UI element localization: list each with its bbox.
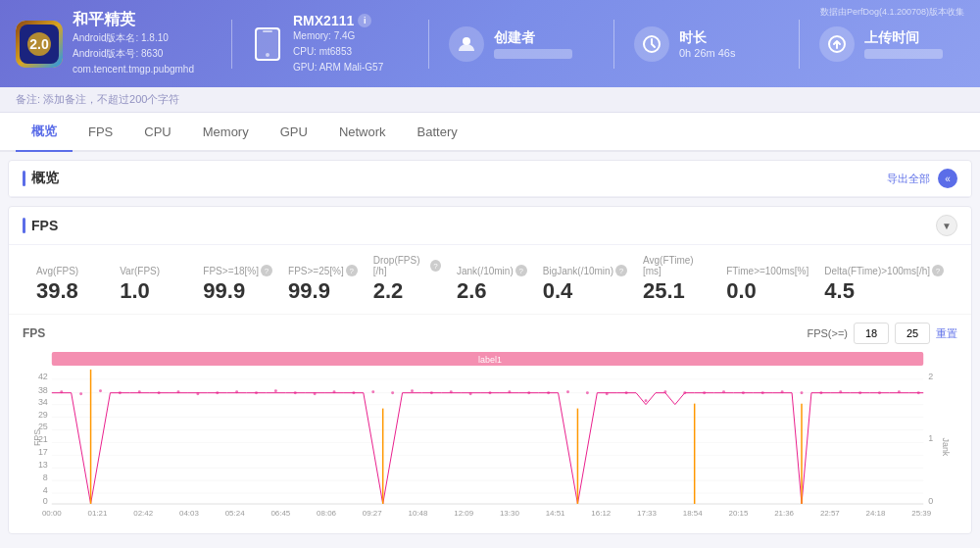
svg-point-71 xyxy=(801,391,804,394)
fps-val2-input[interactable] xyxy=(895,323,930,344)
fps-controls: FPS(>=) 重置 xyxy=(807,323,957,344)
device-memory: Memory: 7.4G xyxy=(293,28,383,44)
duration-icon xyxy=(634,26,669,62)
metric-avg-fps-label: Avg(FPS) xyxy=(36,266,78,276)
notes-bar[interactable]: 备注: 添加备注，不超过200个字符 xyxy=(0,87,980,113)
svg-text:18:54: 18:54 xyxy=(683,509,703,518)
creator-value xyxy=(494,49,572,59)
svg-point-74 xyxy=(858,391,861,394)
svg-point-36 xyxy=(119,391,122,394)
chart-container: label1 42 38 34 29 25 21 17 13 8 4 0 FPS xyxy=(23,350,957,525)
metric-bigjank-value: 0.4 xyxy=(543,278,573,304)
metric-drop-fps-label: Drop(FPS)[/h] ? xyxy=(373,255,441,276)
device-icon xyxy=(252,28,283,60)
svg-text:12:09: 12:09 xyxy=(454,509,473,518)
svg-text:20:15: 20:15 xyxy=(728,509,748,518)
duration-text: 时长 0h 26m 46s xyxy=(679,29,735,59)
metric-delta-ftime-value: 4.5 xyxy=(824,278,855,304)
svg-rect-4 xyxy=(263,30,272,32)
app-android-version-name: Android版本名: 1.8.10 xyxy=(73,30,194,46)
svg-point-39 xyxy=(177,390,180,393)
tab-memory[interactable]: Memory xyxy=(187,115,265,149)
svg-point-55 xyxy=(489,391,492,394)
svg-point-42 xyxy=(235,390,238,393)
svg-point-37 xyxy=(138,390,141,393)
svg-text:Jank: Jank xyxy=(941,437,951,456)
fps-section: FPS ▼ Avg(FPS) 39.8 Var(FPS) 1.0 FPS>=18… xyxy=(8,206,972,534)
fps-chart-svg: label1 42 38 34 29 25 21 17 13 8 4 0 FPS xyxy=(23,350,957,525)
fps-dots xyxy=(60,389,919,402)
chart-controls: FPS FPS(>=) 重置 xyxy=(23,323,957,344)
svg-text:06:45: 06:45 xyxy=(270,509,290,518)
chart-label: FPS xyxy=(23,326,45,340)
svg-point-66 xyxy=(703,391,706,394)
metric-ftime-100: FTime>=100ms[%] 0.0 xyxy=(718,266,816,304)
device-section: RMX2111 i Memory: 7.4G CPU: mt6853 GPU: … xyxy=(252,13,409,75)
overview-collapse-btn[interactable]: « xyxy=(938,169,957,188)
reset-btn[interactable]: 重置 xyxy=(936,326,957,341)
svg-text:09:27: 09:27 xyxy=(363,509,382,518)
svg-text:24:18: 24:18 xyxy=(866,509,886,518)
top-note: 数据由PerfDog(4.1.200708)版本收集 xyxy=(820,6,964,19)
tab-gpu[interactable]: GPU xyxy=(265,115,323,149)
metric-bigjank-label: BigJank(/10min) ? xyxy=(543,265,627,276)
metric-ftime-100-label: FTime>=100ms[%] xyxy=(726,266,808,276)
svg-point-38 xyxy=(158,391,161,394)
export-btn[interactable]: 导出全部 xyxy=(887,172,930,186)
svg-text:17:33: 17:33 xyxy=(637,509,657,518)
svg-point-52 xyxy=(430,391,433,394)
tab-network[interactable]: Network xyxy=(323,115,402,149)
svg-point-47 xyxy=(333,390,336,393)
svg-point-58 xyxy=(547,391,550,394)
chart-area: FPS FPS(>=) 重置 label1 42 38 34 xyxy=(9,315,971,533)
svg-text:0: 0 xyxy=(928,496,933,506)
main-content: 概览 导出全部 « FPS ▼ Avg(FPS) 39.8 Var(FPS) 1… xyxy=(0,152,980,548)
svg-point-35 xyxy=(99,389,102,392)
duration-label: 时长 xyxy=(679,29,735,47)
svg-point-59 xyxy=(566,390,569,393)
svg-point-56 xyxy=(508,390,511,393)
metric-jank-label: Jank(/10min) ? xyxy=(457,265,527,276)
metric-bigjank: BigJank(/10min) ? 0.4 xyxy=(535,265,635,304)
dropfps-help-icon: ? xyxy=(430,260,441,272)
metric-jank-value: 2.6 xyxy=(457,278,487,304)
tab-overview[interactable]: 概览 xyxy=(16,113,73,152)
svg-point-75 xyxy=(878,391,881,394)
svg-point-73 xyxy=(839,390,842,393)
fps-dropdown-btn[interactable]: ▼ xyxy=(936,215,957,236)
svg-text:label1: label1 xyxy=(478,355,502,365)
metric-avg-fps: Avg(FPS) 39.8 xyxy=(28,266,112,304)
metric-fps-18: FPS>=18[%] ? 99.9 xyxy=(195,265,280,304)
metric-avg-ftime: Avg(FTime)[ms] 25.1 xyxy=(635,255,718,304)
app-package: com.tencent.tmgp.pubgmhd xyxy=(73,62,194,77)
svg-text:2: 2 xyxy=(928,372,933,381)
svg-point-34 xyxy=(79,392,82,395)
device-info-badge: i xyxy=(358,14,371,27)
tab-battery[interactable]: Battery xyxy=(402,115,473,149)
header-divider-2 xyxy=(428,20,429,69)
svg-text:00:00: 00:00 xyxy=(42,509,62,518)
svg-point-46 xyxy=(314,392,317,395)
svg-point-44 xyxy=(274,389,277,392)
metric-var-fps-value: 1.0 xyxy=(120,278,150,304)
tab-fps[interactable]: FPS xyxy=(73,115,128,149)
svg-point-67 xyxy=(722,390,725,393)
notes-placeholder: 备注: 添加备注，不超过200个字符 xyxy=(16,93,179,105)
tab-cpu[interactable]: CPU xyxy=(128,115,186,149)
metric-fps-18-value: 99.9 xyxy=(203,278,245,304)
header-divider-3 xyxy=(613,20,614,69)
fps-val1-input[interactable] xyxy=(854,323,889,344)
header-divider-4 xyxy=(799,20,800,69)
svg-text:42: 42 xyxy=(38,372,48,381)
header-divider-1 xyxy=(231,20,232,69)
svg-text:25:39: 25:39 xyxy=(911,509,931,518)
creator-icon xyxy=(449,26,484,62)
svg-point-64 xyxy=(663,390,666,393)
svg-text:1: 1 xyxy=(928,433,933,443)
svg-text:14:51: 14:51 xyxy=(546,509,565,518)
creator-section: 创建者 xyxy=(449,26,594,62)
svg-text:01:21: 01:21 xyxy=(88,509,108,518)
svg-text:34: 34 xyxy=(38,397,48,407)
overview-section: 概览 导出全部 « xyxy=(8,160,972,198)
jank-help-icon: ? xyxy=(515,265,527,276)
